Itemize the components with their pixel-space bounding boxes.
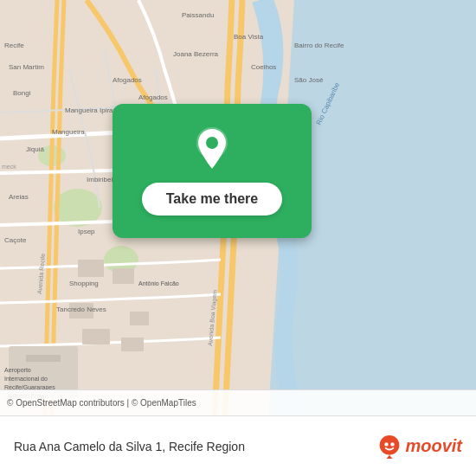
svg-text:Afogados: Afogados	[113, 76, 142, 84]
svg-rect-5	[78, 260, 104, 277]
svg-text:Areias: Areias	[9, 193, 29, 201]
svg-text:Afogados: Afogados	[138, 93, 168, 101]
map-container: Bongi Mangueira Afogados Jiquiá Areias C…	[0, 0, 476, 415]
take-me-there-card[interactable]: Take me there	[113, 104, 312, 238]
svg-text:Ipsep: Ipsep	[78, 228, 95, 235]
svg-rect-6	[113, 268, 134, 284]
svg-text:Boa Vista: Boa Vista	[234, 33, 264, 41]
svg-point-47	[206, 137, 218, 149]
svg-text:Internacional do: Internacional do	[4, 376, 48, 382]
svg-text:meck: meck	[2, 164, 16, 170]
svg-text:Recife: Recife	[4, 42, 24, 49]
svg-text:Bongi: Bongi	[13, 89, 31, 97]
svg-text:Mangueira: Mangueira	[65, 106, 98, 114]
attribution-text: © OpenStreetMap contributors | © OpenMap…	[7, 398, 196, 408]
svg-text:Shopping: Shopping	[69, 280, 99, 287]
svg-point-48	[380, 434, 400, 454]
map-pin-icon	[196, 127, 228, 170]
svg-rect-10	[121, 338, 144, 351]
svg-text:Tancredo Neves: Tancredo Neves	[56, 306, 106, 313]
moovit-logo: moovit	[377, 434, 462, 459]
svg-text:Aeroporto: Aeroporto	[4, 367, 31, 374]
svg-text:San Martim: San Martim	[9, 63, 44, 71]
take-me-there-button[interactable]: Take me there	[142, 183, 282, 215]
moovit-wordmark: moovit	[405, 436, 462, 456]
svg-text:Bairro do Recife: Bairro do Recife	[294, 42, 344, 49]
bottom-bar: Rua Ana Camelo da Silva 1, Recife Region…	[0, 415, 476, 476]
svg-rect-12	[26, 355, 61, 362]
svg-text:Mangueira: Mangueira	[52, 128, 85, 136]
location-text: Rua Ana Camelo da Silva 1, Recife Region	[14, 440, 245, 453]
svg-text:Coelhos: Coelhos	[251, 63, 276, 71]
attribution-bar: © OpenStreetMap contributors | © OpenMap…	[0, 389, 476, 415]
moovit-brand-icon	[377, 434, 402, 459]
svg-text:Jiquiá: Jiquiá	[26, 145, 44, 153]
svg-text:São José: São José	[294, 76, 324, 84]
svg-text:Joana Bezerra: Joana Bezerra	[173, 50, 219, 58]
svg-point-50	[391, 442, 395, 446]
svg-rect-9	[82, 329, 110, 344]
svg-text:Caçote: Caçote	[4, 236, 27, 244]
svg-rect-8	[130, 312, 149, 325]
svg-text:Paissandu: Paissandu	[182, 11, 214, 19]
svg-text:Antônio Falcão: Antônio Falcão	[138, 280, 179, 286]
svg-point-49	[385, 442, 389, 446]
